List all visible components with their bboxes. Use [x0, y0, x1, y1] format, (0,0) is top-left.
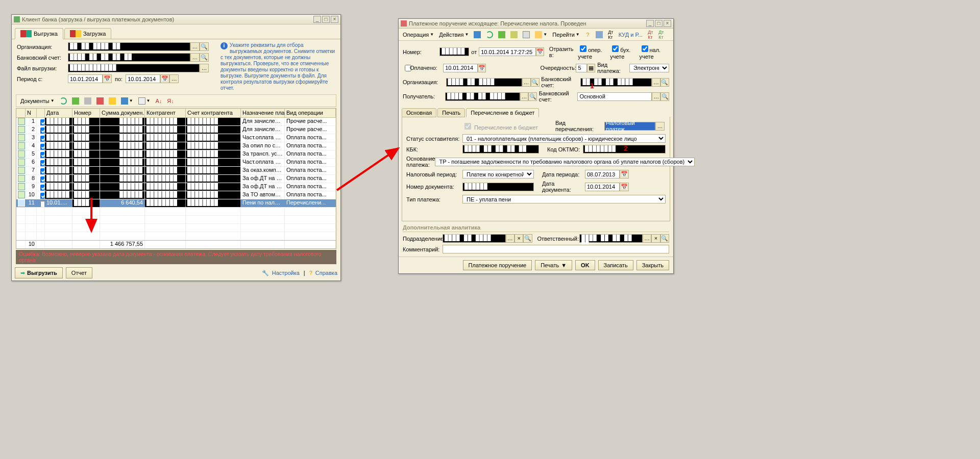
actions-menu[interactable]: Действия▼ — [437, 30, 471, 39]
table-row[interactable]: 1110.01.2014████6 640,54████████████████… — [16, 199, 336, 208]
comment-input[interactable] — [443, 245, 669, 253]
subtab-main[interactable]: Основная — [402, 108, 436, 117]
paytype2-select[interactable]: ПЕ - уплата пени — [462, 195, 666, 203]
bankacct2-search-button[interactable]: 🔍 — [660, 92, 669, 101]
perioddate-input[interactable] — [585, 170, 620, 178]
documents-menu[interactable]: Документы▼ — [18, 96, 57, 106]
docdate-cal-button[interactable]: 📅 — [620, 183, 629, 191]
basis-select[interactable]: ТР - погашение задолженности по требован… — [435, 158, 695, 166]
recip-search-button[interactable]: 🔍 — [528, 92, 537, 101]
table-row[interactable]: 3████████████████████████████████Част.оп… — [16, 134, 336, 142]
print-button[interactable]: Печать ▼ — [535, 260, 572, 270]
budget-check[interactable]: Перечисление в бюджет — [462, 121, 538, 131]
table-row[interactable]: 1████████████████████████████████Для зач… — [16, 118, 336, 126]
close-button[interactable]: × — [664, 20, 671, 27]
check-all-button[interactable] — [70, 96, 81, 106]
org-select-button[interactable]: … — [522, 78, 531, 87]
org-search-button[interactable]: 🔍 — [531, 78, 540, 87]
maximize-button[interactable]: □ — [322, 16, 330, 23]
refresh-icon[interactable] — [484, 30, 495, 39]
move-down-button[interactable]: ▼ — [119, 96, 135, 106]
paid-date-input[interactable] — [443, 64, 478, 72]
minimize-button[interactable]: _ — [646, 20, 654, 27]
reflect-oper-check[interactable]: опер. учете — [578, 44, 610, 60]
row-check[interactable] — [40, 128, 45, 134]
close-button[interactable]: Закрыть — [636, 260, 669, 270]
docnum-input[interactable]: ██████ — [462, 183, 534, 191]
dtct-icon[interactable]: ДтКт — [606, 30, 616, 39]
table-row[interactable]: 5████████████████████████████████За тран… — [16, 150, 336, 159]
row-check[interactable] — [40, 168, 45, 174]
row-check[interactable] — [40, 193, 45, 199]
table-row[interactable]: 10████████████████████████████████За ТО … — [16, 191, 336, 199]
resp-search-button[interactable]: 🔍 — [660, 234, 669, 243]
reflect-buh-check[interactable]: бух. учете — [610, 44, 639, 60]
help-icon[interactable]: ? — [583, 30, 593, 39]
report-button[interactable]: Отчет — [66, 267, 92, 278]
subdiv-select-button[interactable]: … — [506, 234, 514, 243]
settings-link[interactable]: Настройка — [272, 270, 300, 276]
acct-select-button[interactable]: … — [190, 53, 200, 62]
tab-export[interactable]: Выгрузка — [15, 28, 63, 39]
row-check[interactable] — [40, 152, 45, 158]
dtct3-icon[interactable]: ДтКт — [656, 30, 666, 39]
subtab-print[interactable]: Печать — [437, 108, 465, 117]
post-icon[interactable] — [496, 30, 507, 39]
perioddate-cal-button[interactable]: 📅 — [620, 170, 629, 178]
kbk-input[interactable]: ████ ██ ██ ██ ██ — [462, 145, 539, 154]
org-input[interactable]: ██ ██ ████ ██ — [68, 42, 190, 51]
resp-clear-button[interactable]: × — [651, 234, 660, 243]
bankacct-search-button[interactable]: 🔍 — [660, 78, 669, 87]
row-check[interactable] — [40, 201, 45, 207]
file-input[interactable]: ████████████ — [68, 64, 200, 72]
close-button[interactable]: × — [331, 16, 338, 23]
edit-row-button[interactable] — [107, 96, 118, 106]
bankacct-select-button[interactable]: … — [652, 78, 660, 87]
status-select[interactable]: 01 - налогоплательщик (плательщик сборов… — [462, 134, 666, 143]
period-from-cal-button[interactable]: 📅 — [103, 74, 112, 83]
bankacct2-input[interactable] — [577, 92, 652, 101]
table-row[interactable]: 2████████████████████████████████Для зач… — [16, 126, 336, 134]
date-cal-button[interactable]: 📅 — [536, 47, 544, 56]
maximize-button[interactable]: □ — [655, 20, 663, 27]
org-search-button[interactable]: 🔍 — [200, 42, 209, 51]
delete-row-button[interactable] — [94, 96, 106, 106]
resp-input[interactable]: ████ ██ ██ ██ ██ — [579, 234, 643, 243]
date-input[interactable] — [479, 47, 536, 56]
queue-input[interactable] — [576, 64, 587, 72]
acct-input[interactable]: ████ ██ ██ ██ ██ — [68, 53, 190, 62]
dtct2-icon[interactable]: ДтКт — [646, 30, 655, 39]
table-row[interactable]: 9████████████████████████████████За оф.Д… — [16, 183, 336, 191]
docdate-input[interactable] — [585, 183, 620, 191]
row-check[interactable] — [40, 136, 45, 142]
uncheck-all-button[interactable] — [82, 96, 93, 106]
table-row[interactable]: 8████████████████████████████████За оф.Д… — [16, 175, 336, 183]
taxperiod-select[interactable]: Платеж по конкретной дате — [462, 170, 534, 178]
titlebar[interactable]: Клиент банка (загрузка / выгрузка платеж… — [12, 15, 340, 24]
table-row[interactable]: 6████████████████████████████████Част.оп… — [16, 159, 336, 167]
transtype-select[interactable]: Налоговый платеж — [604, 122, 655, 131]
subtab-budget[interactable]: Перечисление в бюджет — [466, 108, 539, 117]
recip-input[interactable]: ████ ██ ██ ████ — [445, 92, 520, 101]
period-to-cal-button[interactable]: 📅 — [160, 74, 169, 83]
subdiv-clear-button[interactable]: × — [514, 234, 523, 243]
period-to-input[interactable] — [126, 74, 160, 83]
paid-cal-button[interactable]: 📅 — [478, 64, 486, 72]
payment-order-button[interactable]: Платежное поручение — [463, 260, 532, 270]
tab-import[interactable]: Загрузка — [64, 28, 111, 39]
filter-button[interactable]: ▼ — [136, 96, 153, 106]
org-select-button[interactable]: … — [190, 42, 200, 51]
row-check[interactable] — [40, 119, 45, 125]
row-check[interactable] — [40, 144, 45, 150]
table-row[interactable]: 7████████████████████████████████За оказ… — [16, 167, 336, 175]
period-from-input[interactable] — [68, 74, 103, 83]
transtype-select-button[interactable]: … — [655, 122, 665, 131]
basedon-icon[interactable]: ▼ — [533, 30, 549, 39]
copy-icon[interactable] — [521, 30, 532, 39]
paytype-select[interactable]: Электронно — [629, 64, 669, 72]
row-check[interactable] — [40, 160, 45, 166]
queue-spin-button[interactable]: ▦ — [587, 64, 595, 72]
recip-select-button[interactable]: … — [520, 92, 529, 101]
row-check[interactable] — [40, 176, 45, 183]
export-button[interactable]: ➡ Выгрузить — [15, 267, 63, 278]
